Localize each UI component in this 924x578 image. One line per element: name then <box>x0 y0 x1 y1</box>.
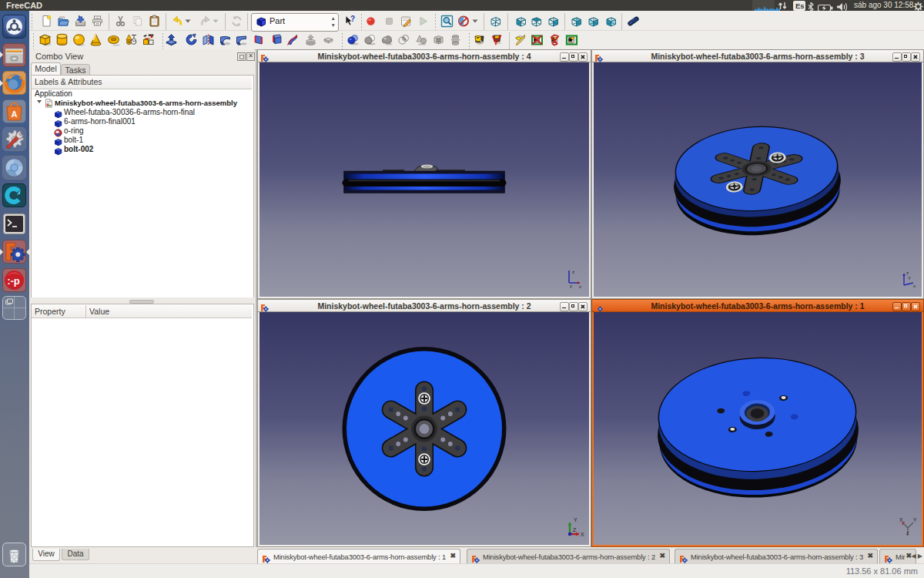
svg-text:X: X <box>581 532 584 537</box>
svg-text:X: X <box>899 517 903 523</box>
svg-text:z: z <box>906 530 909 536</box>
svg-text:A: A <box>12 109 18 119</box>
svg-text:Y: Y <box>913 517 917 523</box>
svg-text:Z: Z <box>573 527 577 533</box>
svg-text:x: x <box>913 284 916 288</box>
svg-text:z: z <box>906 271 909 275</box>
svg-text::-p: :-p <box>7 275 20 287</box>
svg-text:z: z <box>572 270 574 274</box>
svg-text:?: ? <box>350 15 355 23</box>
svg-text:Y: Y <box>908 276 911 281</box>
svg-text:Y: Y <box>574 517 578 523</box>
svg-text:y: y <box>570 284 572 288</box>
svg-text:x: x <box>579 284 581 289</box>
